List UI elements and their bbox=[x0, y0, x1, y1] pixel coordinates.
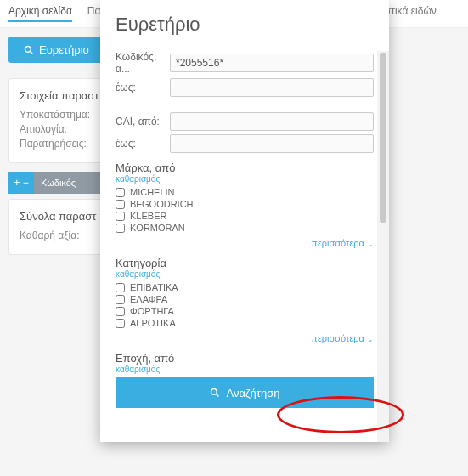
search-icon bbox=[210, 388, 220, 398]
category-item[interactable]: ΦΟΡΤΗΓΑ bbox=[116, 306, 374, 316]
category-section-title: Κατηγορία bbox=[116, 257, 374, 269]
category-more-link[interactable]: περισσότερα ⌄ bbox=[116, 333, 374, 343]
category-checkbox[interactable] bbox=[116, 307, 125, 316]
svg-line-1 bbox=[31, 51, 33, 54]
category-clear-link[interactable]: καθαρισμός bbox=[116, 269, 374, 279]
add-remove-button[interactable]: + − bbox=[8, 172, 34, 194]
code-to-input[interactable] bbox=[170, 78, 374, 97]
index-modal: Ευρετήριο Κωδικός, α... έως: CAI, από: έ… bbox=[100, 0, 389, 442]
brand-section-title: Μάρκα, από bbox=[116, 162, 374, 174]
cai-to-input[interactable] bbox=[170, 134, 374, 153]
scrollbar[interactable] bbox=[377, 51, 389, 442]
category-label: ΕΠΙΒΑΤΙΚΑ bbox=[130, 282, 178, 292]
modal-title: Ευρετήριο bbox=[116, 14, 374, 36]
chevron-down-icon: ⌄ bbox=[367, 335, 374, 343]
nav-tab-home[interactable]: Αρχική σελίδα bbox=[8, 5, 72, 22]
brand-clear-link[interactable]: καθαρισμός bbox=[116, 174, 374, 184]
brand-label: KLEBER bbox=[130, 211, 166, 221]
category-label: ΕΛΑΦΡΑ bbox=[130, 294, 167, 304]
category-checkbox[interactable] bbox=[116, 319, 125, 328]
brand-item[interactable]: MICHELIN bbox=[116, 187, 374, 197]
chevron-down-icon: ⌄ bbox=[367, 240, 374, 248]
brand-label: MICHELIN bbox=[130, 187, 175, 197]
category-checkbox[interactable] bbox=[116, 283, 125, 292]
category-label: ΑΓΡΟΤΙΚΑ bbox=[130, 318, 176, 328]
index-button-label: Ευρετήριο bbox=[39, 43, 89, 56]
brand-item[interactable]: KORMORAN bbox=[116, 223, 374, 233]
search-button[interactable]: Αναζήτηση bbox=[116, 377, 374, 408]
cai-to-label: έως: bbox=[116, 138, 170, 150]
brand-item[interactable]: KLEBER bbox=[116, 211, 374, 221]
brand-more-link[interactable]: περισσότερα ⌄ bbox=[116, 238, 374, 248]
svg-point-0 bbox=[25, 46, 31, 52]
brand-checkbox[interactable] bbox=[116, 212, 125, 221]
code-to-label: έως: bbox=[116, 82, 170, 94]
index-button[interactable]: Ευρετήριο bbox=[8, 37, 104, 63]
brand-checkbox[interactable] bbox=[116, 200, 125, 209]
brand-checkbox[interactable] bbox=[116, 224, 125, 233]
brand-checklist: MICHELIN BFGOODRICH KLEBER KORMORAN bbox=[116, 187, 374, 233]
brand-checkbox[interactable] bbox=[116, 188, 125, 197]
svg-point-2 bbox=[211, 389, 217, 395]
category-checklist: ΕΠΙΒΑΤΙΚΑ ΕΛΑΦΡΑ ΦΟΡΤΗΓΑ ΑΓΡΟΤΙΚΑ bbox=[116, 282, 374, 328]
code-from-input[interactable] bbox=[170, 54, 374, 72]
scrollbar-thumb[interactable] bbox=[380, 53, 386, 223]
season-section-title: Εποχή, από bbox=[116, 352, 374, 365]
svg-line-3 bbox=[216, 394, 218, 397]
category-item[interactable]: ΕΛΑΦΡΑ bbox=[116, 294, 374, 304]
code-from-label: Κωδικός, α... bbox=[116, 51, 170, 75]
code-bar-label: Κωδικός bbox=[34, 178, 82, 188]
season-clear-link[interactable]: καθαρισμός bbox=[116, 365, 374, 374]
category-checkbox[interactable] bbox=[116, 295, 125, 304]
category-label: ΦΟΡΤΗΓΑ bbox=[130, 306, 174, 316]
search-icon bbox=[24, 45, 34, 55]
brand-label: BFGOODRICH bbox=[130, 199, 194, 209]
search-button-label: Αναζήτηση bbox=[227, 387, 280, 400]
cai-from-input[interactable] bbox=[170, 112, 374, 131]
category-item[interactable]: ΑΓΡΟΤΙΚΑ bbox=[116, 318, 374, 328]
brand-item[interactable]: BFGOODRICH bbox=[116, 199, 374, 209]
category-item[interactable]: ΕΠΙΒΑΤΙΚΑ bbox=[116, 282, 374, 292]
cai-from-label: CAI, από: bbox=[116, 116, 170, 128]
brand-label: KORMORAN bbox=[130, 223, 185, 233]
